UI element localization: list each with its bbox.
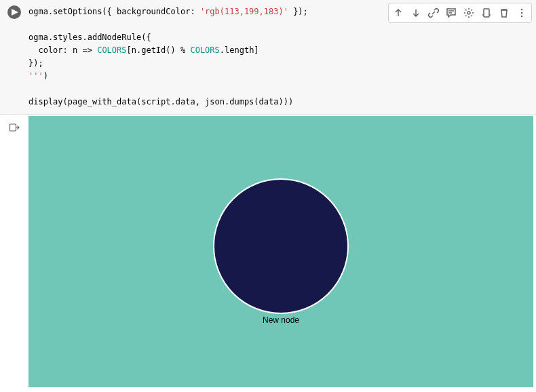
output-gutter xyxy=(0,115,28,390)
output-icon xyxy=(9,122,20,133)
link-button[interactable] xyxy=(425,5,442,21)
output-indicator[interactable] xyxy=(8,121,20,134)
code-cell: ogma.setOptions({ backgroundColor: 'rgb(… xyxy=(0,0,536,115)
move-down-button[interactable] xyxy=(408,5,424,21)
play-icon xyxy=(12,9,18,16)
svg-point-2 xyxy=(521,9,523,11)
arrow-up-icon xyxy=(393,7,404,18)
move-up-button[interactable] xyxy=(390,5,406,21)
gear-icon xyxy=(463,7,474,18)
arrow-down-icon xyxy=(410,7,421,18)
comment-button[interactable] xyxy=(443,5,459,21)
svg-rect-5 xyxy=(10,124,16,131)
cell-toolbar xyxy=(388,3,532,23)
output-cell: New node xyxy=(0,115,536,390)
svg-rect-1 xyxy=(484,9,489,17)
delete-button[interactable] xyxy=(496,5,512,21)
visualization-output[interactable]: New node xyxy=(28,116,533,387)
node-label: New node xyxy=(263,315,299,325)
mirror-button[interactable] xyxy=(478,5,495,21)
run-button[interactable] xyxy=(7,5,21,19)
trash-icon xyxy=(499,7,510,18)
device-icon xyxy=(481,7,492,18)
svg-point-4 xyxy=(521,16,523,18)
cell-gutter xyxy=(0,0,28,114)
svg-point-0 xyxy=(467,12,470,14)
comment-icon xyxy=(446,7,457,18)
more-button[interactable] xyxy=(514,5,530,21)
more-vertical-icon xyxy=(516,7,527,18)
settings-button[interactable] xyxy=(461,5,477,21)
svg-point-3 xyxy=(521,12,523,14)
graph-node[interactable] xyxy=(213,178,349,314)
link-icon xyxy=(428,7,439,18)
